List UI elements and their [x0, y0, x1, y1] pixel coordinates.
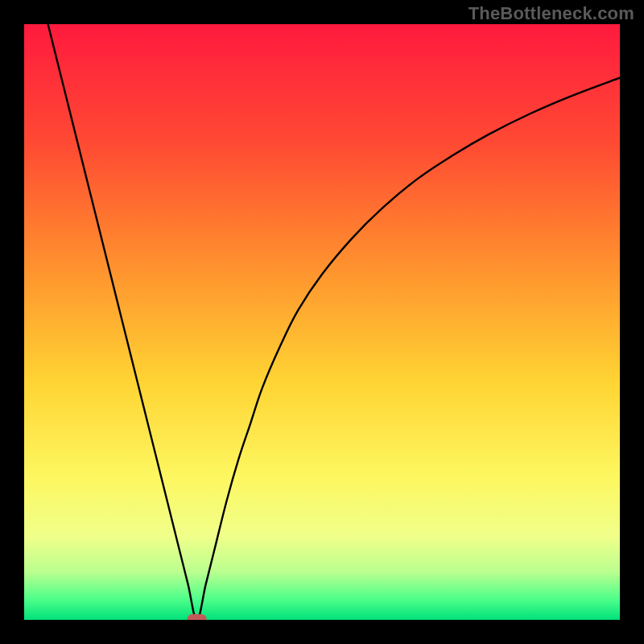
- watermark-text: TheBottleneck.com: [469, 3, 634, 24]
- chart-frame: TheBottleneck.com: [0, 0, 644, 644]
- optimum-marker: [188, 614, 207, 620]
- plot-area: [24, 24, 620, 620]
- chart-svg: [24, 24, 620, 620]
